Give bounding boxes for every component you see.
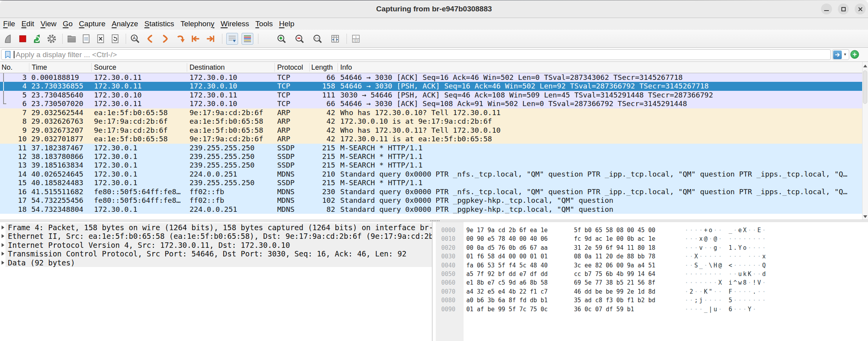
toolbar-file-reload-button[interactable] bbox=[110, 34, 120, 44]
packet-row-15[interactable]: 1540.185824483172.30.0.1239.255.255.250S… bbox=[0, 179, 862, 187]
hex-bytes[interactable]: 3c ee 82 06 00 9a a4 51 bbox=[574, 261, 655, 270]
hex-row-0000[interactable]: 00009e 17 9a cd 2b 6f ea 1e5f b0 65 58 0… bbox=[433, 226, 868, 235]
hex-row-0060[interactable]: 0060e1 8b e7 c5 9d a6 8b 5869 5e 77 38 b… bbox=[433, 278, 868, 287]
toolbar-capture-start-button[interactable] bbox=[3, 34, 13, 44]
hex-bytes[interactable]: fc 9d ac 1e 00 0b ac 1e bbox=[574, 235, 655, 243]
hex-row-0090[interactable]: 009001 af be 99 5f 7c 75 0c36 0c 07 df 5… bbox=[433, 305, 868, 314]
hex-row-0030[interactable]: 003001 f6 58 d4 00 00 01 0108 0a 11 20 d… bbox=[433, 252, 868, 261]
toolbar-resize-columns-button[interactable] bbox=[330, 34, 340, 44]
detail-row[interactable]: Transmission Control Protocol, Src Port:… bbox=[0, 249, 432, 258]
toolbar-find-packet-button[interactable]: A bbox=[130, 34, 140, 44]
column-header-source[interactable]: Source bbox=[91, 62, 187, 73]
column-header-no[interactable]: No. bbox=[0, 62, 29, 73]
detail-row[interactable]: Internet Protocol Version 4, Src: 172.30… bbox=[0, 241, 432, 249]
hex-row-0050[interactable]: 0050a5 7f 92 bf dd e7 df ddcc b7 75 6b 4… bbox=[433, 270, 868, 278]
packet-list-scrollbar[interactable] bbox=[862, 62, 868, 220]
menu-capture[interactable]: Capture bbox=[76, 20, 109, 28]
bookmark-icon[interactable] bbox=[4, 51, 12, 59]
hex-bytes[interactable]: 00 90 e5 78 40 00 40 06 bbox=[466, 235, 548, 243]
hex-row-0040[interactable]: 0040fa 06 53 5f f4 5c 48 403c ee 82 06 0… bbox=[433, 261, 868, 270]
hex-bytes[interactable]: 00 0a d5 76 0b d6 67 aa bbox=[466, 244, 548, 252]
toolbar-capture-restart-button[interactable] bbox=[32, 34, 42, 44]
toolbar-auto-scroll-button[interactable] bbox=[226, 33, 238, 45]
scrollbar-up-arrow[interactable] bbox=[863, 65, 867, 67]
column-header-time[interactable]: Time bbox=[29, 62, 91, 73]
toolbar-go-last-button[interactable] bbox=[206, 34, 216, 44]
toolbar-go-first-button[interactable] bbox=[190, 34, 200, 44]
minimize-button[interactable] bbox=[821, 4, 832, 14]
hex-bytes[interactable]: 9e 17 9a cd 2b 6f ea 1e bbox=[466, 226, 548, 235]
hex-bytes[interactable]: 01 af be 99 5f 7c 75 0c bbox=[466, 305, 548, 314]
close-button[interactable] bbox=[855, 4, 866, 14]
packet-row-14[interactable]: 1440.026524645172.30.0.1224.0.0.251MDNS2… bbox=[0, 170, 862, 179]
menu-wireless[interactable]: Wireless bbox=[218, 20, 253, 28]
hex-bytes[interactable]: 46 dd be be 99 2e 1d 8d bbox=[574, 287, 655, 296]
packet-row-7[interactable]: 729.032562544ea:1e:5f:b0:65:589e:17:9a:c… bbox=[0, 108, 862, 117]
packet-row-16[interactable]: 1641.515511682fe80::50f5:64ff:fe8…ff02::… bbox=[0, 188, 862, 196]
menu-statistics[interactable]: Statistics bbox=[141, 20, 177, 28]
hex-bytes[interactable]: 69 5e 77 38 b5 21 56 8f bbox=[574, 278, 655, 287]
maximize-button[interactable] bbox=[838, 4, 849, 14]
hex-bytes[interactable]: 35 ad c8 f3 0b f1 b2 bd bbox=[574, 296, 655, 305]
hex-row-0010[interactable]: 001000 90 e5 78 40 00 40 06fc 9d ac 1e 0… bbox=[433, 235, 868, 243]
packet-row-11[interactable]: 1137.182387467172.30.0.1239.255.255.250S… bbox=[0, 144, 862, 152]
expander-icon[interactable] bbox=[2, 261, 4, 265]
packet-row-13[interactable]: 1339.185163834172.30.0.1239.255.255.250S… bbox=[0, 161, 862, 170]
column-header-info[interactable]: Info bbox=[337, 62, 862, 73]
toolbar-capture-options-button[interactable] bbox=[47, 34, 57, 44]
toolbar-zoom-original-button[interactable]: 1:1 bbox=[312, 34, 323, 44]
packet-row-5[interactable]: 523.730485640172.30.0.10172.30.0.11TCP11… bbox=[0, 91, 862, 99]
hex-bytes[interactable]: 36 0c 07 df 59 b1 bbox=[574, 305, 634, 314]
toolbar-go-next-button[interactable] bbox=[160, 34, 170, 44]
detail-row[interactable]: Ethernet II, Src: ea:1e:5f:b0:65:58 (ea:… bbox=[0, 232, 432, 240]
expander-icon[interactable] bbox=[2, 226, 4, 229]
menu-edit[interactable]: Edit bbox=[18, 20, 38, 28]
expander-icon[interactable] bbox=[2, 252, 4, 256]
toolbar-go-to-packet-button[interactable] bbox=[175, 34, 186, 44]
filter-dropdown-button[interactable]: ▼ bbox=[842, 49, 848, 60]
packet-row-8[interactable]: 829.0326267639e:17:9a:cd:2b:6fea:1e:5f:b… bbox=[0, 117, 862, 126]
packet-row-18[interactable]: 1854.732348804172.30.0.1224.0.0.251MDNS8… bbox=[0, 205, 862, 214]
add-filter-button[interactable]: + bbox=[850, 50, 859, 59]
hex-bytes[interactable]: fa 06 53 5f f4 5c 48 40 bbox=[466, 261, 548, 270]
packet-row-9[interactable]: 929.0326732079e:17:9a:cd:2b:6fea:1e:5f:b… bbox=[0, 126, 862, 135]
packet-row-12[interactable]: 1238.183780866172.30.0.1239.255.255.250S… bbox=[0, 152, 862, 161]
column-header-protocol[interactable]: Protocol bbox=[274, 62, 309, 73]
menu-file[interactable]: File bbox=[0, 20, 18, 28]
menu-help[interactable]: Help bbox=[276, 20, 298, 28]
packet-row-17[interactable]: 1754.732255456fe80::50f5:64ff:fe8…ff02::… bbox=[0, 196, 862, 205]
detail-row[interactable]: Frame 4: Packet, 158 bytes on wire (1264… bbox=[0, 223, 432, 232]
hex-row-0020[interactable]: 002000 0a d5 76 0b d6 67 aa31 2e 59 6f 9… bbox=[433, 244, 868, 252]
menu-view[interactable]: View bbox=[37, 20, 60, 28]
toolbar-layout-panes-button[interactable]: 123 bbox=[351, 34, 361, 44]
hex-bytes[interactable]: cc b7 75 6b 4b 99 14 64 bbox=[574, 270, 655, 278]
toolbar-zoom-out-button[interactable] bbox=[294, 34, 305, 44]
toolbar-colorize-button[interactable] bbox=[242, 33, 253, 45]
packet-row-6[interactable]: 623.730507020172.30.0.11172.30.0.10TCP66… bbox=[0, 99, 862, 108]
display-filter-input[interactable]: Apply a display filter ... <Ctrl-/> bbox=[1, 49, 831, 60]
toolbar-file-save-button[interactable] bbox=[81, 34, 91, 44]
hex-bytes[interactable]: e1 8b e7 c5 9d a6 8b 58 bbox=[466, 278, 548, 287]
menu-telephony[interactable]: Telephony bbox=[177, 20, 218, 28]
apply-filter-button[interactable] bbox=[833, 51, 842, 59]
hex-row-0080[interactable]: 0080a0 b6 3b 6a 8f fd db b135 ad c8 f3 0… bbox=[433, 296, 868, 305]
packet-row-3[interactable]: 30.000188819172.30.0.11172.30.0.10TCP665… bbox=[0, 73, 862, 82]
menu-tools[interactable]: Tools bbox=[252, 20, 276, 28]
packet-row-10[interactable]: 1029.032701877ea:1e:5f:b0:65:589e:17:9a:… bbox=[0, 135, 862, 143]
packet-row-4[interactable]: 423.730336855172.30.0.11172.30.0.10TCP15… bbox=[0, 82, 862, 90]
column-header-length[interactable]: Length bbox=[309, 62, 337, 73]
hex-bytes[interactable]: a4 32 e5 e4 4b 22 f1 c7 bbox=[466, 287, 548, 296]
hex-bytes[interactable]: 01 f6 58 d4 00 00 01 01 bbox=[466, 252, 548, 261]
toolbar-zoom-in-button[interactable] bbox=[276, 34, 287, 44]
scrollbar-down-arrow[interactable] bbox=[863, 215, 867, 218]
detail-row[interactable]: Data (92 bytes) bbox=[0, 258, 432, 267]
expander-icon[interactable] bbox=[2, 234, 4, 238]
hex-bytes[interactable]: a5 7f 92 bf dd e7 df dd bbox=[466, 270, 548, 278]
menu-go[interactable]: Go bbox=[60, 20, 76, 28]
toolbar-file-open-button[interactable] bbox=[67, 34, 77, 44]
hex-bytes[interactable]: 08 0a 11 20 de 88 bb 78 bbox=[574, 252, 655, 261]
expander-icon[interactable] bbox=[2, 243, 4, 247]
column-header-destination[interactable]: Destination bbox=[187, 62, 274, 73]
hex-row-0070[interactable]: 0070a4 32 e5 e4 4b 22 f1 c746 dd be be 9… bbox=[433, 287, 868, 296]
toolbar-go-previous-button[interactable] bbox=[145, 34, 155, 44]
